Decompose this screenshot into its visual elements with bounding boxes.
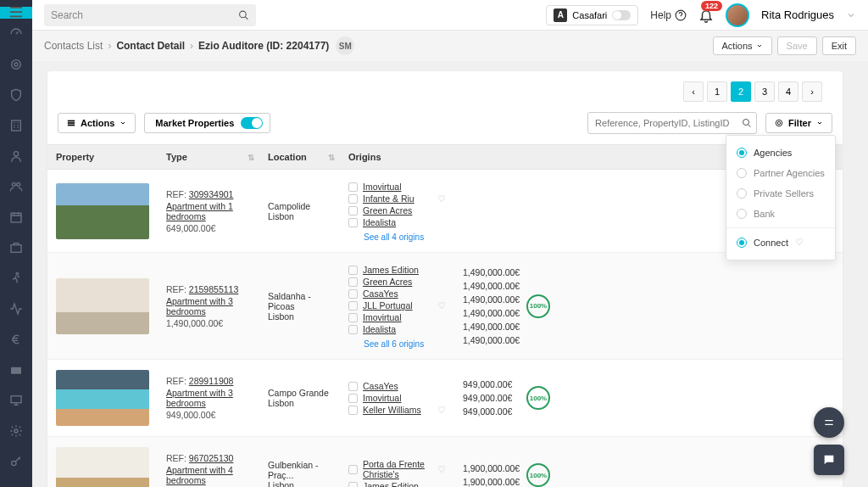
search-input[interactable] (44, 4, 256, 26)
origin-checkbox[interactable] (348, 194, 358, 204)
briefcase-icon[interactable] (8, 241, 24, 255)
origin-item: CasaYes (348, 381, 446, 391)
origin-checkbox[interactable] (348, 182, 358, 192)
origin-link[interactable]: Green Acres (363, 277, 412, 287)
origin-link[interactable]: Imovirtual (363, 393, 402, 403)
origin-checkbox[interactable] (348, 301, 358, 311)
users-icon[interactable] (8, 180, 24, 193)
reference-search-input[interactable] (587, 112, 757, 134)
origin-link[interactable]: CasaYes (363, 381, 398, 391)
origin-link[interactable]: James Edition (363, 265, 419, 275)
origin-checkbox[interactable] (348, 482, 358, 488)
brand-toggle[interactable] (612, 10, 631, 20)
origin-link[interactable]: Keller Williams (363, 405, 421, 415)
euro-icon[interactable] (8, 333, 24, 346)
origin-link[interactable]: James Edition (363, 481, 419, 487)
filter-option-bank[interactable]: Bank (726, 204, 835, 224)
column-type[interactable]: Type⇅ (158, 145, 259, 169)
origin-link[interactable]: Green Acres (363, 205, 412, 216)
running-icon[interactable] (8, 271, 24, 285)
see-all-origins-link[interactable]: See all 4 origins (364, 232, 446, 242)
save-button[interactable]: Save (777, 36, 817, 55)
location-line: Campolide (268, 201, 331, 211)
origin-link[interactable]: Idealista (363, 324, 396, 334)
breadcrumb-parent[interactable]: Contacts List (44, 40, 103, 52)
origin-link[interactable]: Idealista (363, 217, 396, 227)
page-3[interactable]: 3 (754, 81, 775, 102)
brand-chip[interactable]: A Casafari (546, 5, 638, 25)
table-actions-dropdown[interactable]: Actions (58, 113, 136, 133)
origin-checkbox[interactable] (348, 266, 358, 275)
filter-option-private-sellers[interactable]: Private Sellers (726, 183, 835, 204)
filter-button[interactable]: Filter (765, 113, 832, 133)
origin-link[interactable]: Imovirtual (363, 182, 402, 192)
key-icon[interactable] (8, 455, 24, 468)
origin-checkbox[interactable] (348, 277, 358, 287)
target-icon[interactable] (8, 58, 24, 71)
filter-option-connect[interactable]: Connect♡ (726, 232, 835, 253)
origin-checkbox[interactable] (348, 289, 358, 299)
hamburger-menu[interactable] (0, 7, 32, 19)
card-icon[interactable] (8, 363, 24, 377)
calendar-icon[interactable] (8, 210, 24, 224)
ref-link[interactable]: 967025130 (189, 453, 234, 463)
origin-link[interactable]: Imovirtual (363, 312, 402, 322)
origin-link[interactable]: Infante & Riu (363, 193, 415, 204)
page-next[interactable]: › (802, 81, 822, 102)
gear-icon[interactable] (8, 424, 24, 438)
page-1[interactable]: 1 (707, 81, 727, 102)
fab-chat[interactable] (814, 445, 844, 475)
match-badge: 100% (526, 463, 550, 487)
page-2[interactable]: 2 (731, 81, 751, 102)
avatar[interactable] (726, 3, 749, 27)
dashboard-icon[interactable] (8, 27, 24, 41)
property-thumbnail[interactable] (56, 278, 149, 334)
property-title-link[interactable]: Apartment with 1 bedrooms (166, 201, 251, 221)
match-badge: 100% (526, 386, 550, 410)
market-properties-toggle[interactable]: Market Properties (144, 113, 270, 133)
user-icon[interactable] (8, 149, 24, 163)
presentation-icon[interactable] (8, 394, 24, 407)
property-title-link[interactable]: Apartment with 3 bedrooms (166, 296, 251, 316)
origin-checkbox[interactable] (348, 394, 358, 403)
toggle-switch[interactable] (241, 117, 263, 129)
actions-dropdown[interactable]: Actions (713, 36, 772, 55)
chevron-down-icon[interactable] (846, 10, 856, 20)
origin-link[interactable]: Porta da Frente Christie's (363, 459, 432, 479)
sort-icon[interactable]: ⇅ (248, 153, 254, 162)
shield-icon[interactable] (8, 88, 24, 102)
property-thumbnail[interactable] (56, 370, 149, 426)
property-thumbnail[interactable] (56, 447, 149, 487)
origin-checkbox[interactable] (348, 465, 358, 474)
sort-icon[interactable]: ⇅ (328, 153, 335, 162)
page-4[interactable]: 4 (778, 81, 798, 102)
origin-link[interactable]: CasaYes (363, 288, 398, 299)
ref-link[interactable]: 309934901 (189, 189, 234, 199)
property-title-link[interactable]: Apartment with 4 bedrooms (166, 465, 251, 485)
origin-checkbox[interactable] (348, 313, 358, 322)
property-thumbnail[interactable] (56, 183, 149, 239)
filter-option-agencies[interactable]: Agencies (726, 143, 835, 163)
fab-menu[interactable] (814, 407, 844, 438)
breadcrumb: Contacts List › Contact Detail › Ezio Au… (32, 31, 868, 61)
filter-option-partner-agencies[interactable]: Partner Agencies (726, 163, 835, 183)
origin-checkbox[interactable] (348, 218, 358, 227)
page-prev[interactable]: ‹ (683, 81, 704, 102)
origin-checkbox[interactable] (348, 325, 358, 334)
search-icon[interactable] (742, 118, 752, 128)
ref-link[interactable]: 2159855113 (189, 284, 238, 294)
building-icon[interactable] (8, 119, 24, 132)
origin-checkbox[interactable] (348, 382, 358, 391)
column-location[interactable]: Location⇅ (259, 145, 340, 169)
exit-button[interactable]: Exit (822, 36, 856, 55)
activity-icon[interactable] (8, 302, 24, 316)
origin-item: Idealista (348, 324, 446, 334)
origin-checkbox[interactable] (348, 406, 358, 415)
see-all-origins-link[interactable]: See all 6 origins (364, 339, 446, 349)
property-title-link[interactable]: Apartment with 3 bedrooms (166, 388, 251, 408)
origin-checkbox[interactable] (348, 206, 358, 216)
help-button[interactable]: Help (650, 9, 687, 21)
ref-link[interactable]: 289911908 (189, 376, 234, 386)
notifications-button[interactable]: 122 (698, 8, 714, 23)
origin-link[interactable]: JLL Portugal (363, 300, 413, 311)
